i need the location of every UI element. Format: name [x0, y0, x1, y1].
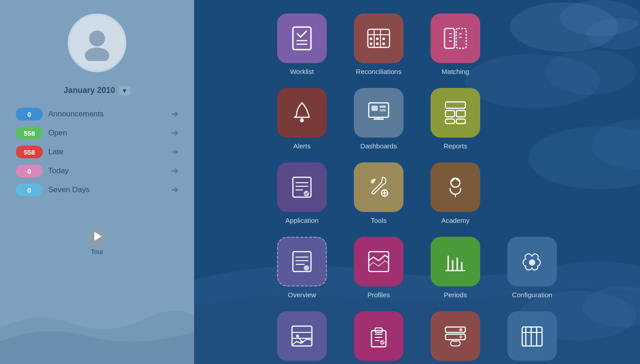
tile-label-reports: Reports [444, 142, 468, 150]
stat-arrow-open: ➔ [172, 128, 178, 138]
tile-icon-periods [431, 237, 480, 286]
tile-reconciliations[interactable]: Reconciliations [345, 14, 413, 75]
tour-button[interactable] [87, 226, 107, 246]
tile-icon-application [277, 162, 327, 212]
stat-row-open[interactable]: 558 Open ➔ [16, 127, 178, 139]
svg-rect-80 [445, 327, 465, 332]
svg-point-22 [382, 37, 385, 40]
tile-label-overview: Overview [288, 291, 316, 299]
tile-label-tools: Tools [371, 217, 386, 224]
svg-point-60 [304, 265, 309, 271]
tile-match-types[interactable]: Match Types [268, 311, 336, 364]
tile-overview[interactable]: Overview [268, 237, 336, 299]
divider [16, 210, 178, 210]
svg-rect-74 [371, 331, 386, 347]
svg-rect-42 [445, 119, 454, 124]
tile-label-periods: Periods [444, 291, 467, 299]
tile-label-profiles: Profiles [367, 291, 390, 299]
stat-row-seven-days[interactable]: 0 Seven Days ➔ [16, 184, 178, 196]
stat-label-late: Late [48, 147, 166, 157]
date-dropdown-button[interactable]: ▼ [119, 86, 130, 95]
svg-rect-35 [380, 106, 386, 108]
stat-row-announcements[interactable]: 0 Announcements ➔ [16, 108, 178, 120]
svg-rect-41 [456, 111, 465, 117]
tile-label-matching: Matching [442, 68, 469, 75]
tile-tools[interactable]: Tools [345, 162, 413, 224]
stat-label-seven-days: Seven Days [48, 185, 166, 194]
svg-rect-25 [456, 28, 466, 48]
svg-rect-81 [445, 334, 465, 340]
stat-row-today[interactable]: 0 Today ➔ [16, 165, 178, 177]
tile-label-dashboards: Dashboards [361, 142, 397, 150]
sidebar: January 2010 ▼ 0 Announcements ➔ 558 Ope… [0, 0, 194, 364]
tile-icon-reconciliations [354, 14, 403, 63]
tile-dashboards[interactable]: Dashboards [345, 88, 413, 150]
stats-container: 0 Announcements ➔ 558 Open ➔ 558 Late ➔ … [16, 108, 178, 203]
stat-arrow-seven-days: ➔ [172, 185, 178, 195]
tile-worklist[interactable]: Worklist [268, 14, 336, 75]
svg-point-82 [459, 328, 462, 331]
tour-label: Tour [91, 248, 103, 255]
tile-icon-matching [431, 14, 480, 63]
tile-label-alerts: Alerts [293, 142, 311, 150]
stat-badge-today: 0 [16, 165, 43, 177]
svg-rect-24 [445, 28, 454, 48]
stat-row-late[interactable]: 558 Late ➔ [16, 146, 178, 158]
tile-icon-profiles [354, 237, 403, 286]
tile-icon-services [431, 311, 480, 361]
stat-arrow-late: ➔ [172, 147, 178, 157]
tile-icon-jobs [354, 311, 403, 361]
svg-point-23 [382, 42, 385, 45]
svg-rect-34 [371, 106, 378, 111]
tile-periods[interactable]: Periods [422, 237, 489, 299]
stat-label-announcements: Announcements [48, 110, 166, 119]
stat-badge-open: 558 [16, 127, 43, 139]
tile-icon-alerts [277, 88, 327, 138]
stat-badge-announcements: 0 [16, 108, 43, 120]
svg-line-73 [297, 336, 302, 342]
date-label: January 2010 [64, 86, 115, 95]
tile-icon-tools [354, 162, 403, 212]
svg-rect-36 [380, 109, 386, 111]
sidebar-wave-decoration [0, 274, 194, 364]
tile-icon-reports [431, 88, 480, 138]
svg-rect-84 [522, 327, 542, 346]
tile-icon-academy [431, 162, 480, 212]
tile-academy[interactable]: Academy [422, 162, 489, 224]
tile-matching[interactable]: Matching [422, 14, 489, 75]
svg-rect-11 [293, 27, 311, 50]
svg-point-83 [459, 336, 462, 338]
svg-point-21 [376, 42, 379, 45]
tile-jobs[interactable]: Jobs [345, 311, 413, 364]
tile-label-academy: Academy [441, 217, 470, 224]
svg-rect-39 [445, 102, 465, 108]
tile-services[interactable]: Services [422, 311, 489, 364]
stat-arrow-today: ➔ [172, 166, 178, 176]
tile-profiles[interactable]: Profiles [345, 237, 413, 299]
svg-point-67 [529, 259, 535, 266]
date-selector: January 2010 ▼ [64, 86, 130, 95]
svg-point-19 [370, 42, 372, 45]
main-content: WorklistReconciliationsMatchingAlertsDas… [194, 0, 640, 364]
tile-reports[interactable]: Reports [422, 88, 489, 150]
stat-badge-late: 558 [16, 146, 43, 158]
tour-section: Tour [87, 226, 107, 255]
stat-badge-seven-days: 0 [16, 184, 43, 196]
tile-icon-configuration [507, 237, 557, 286]
tile-label-application: Application [285, 217, 318, 224]
tile-icon-archive [507, 311, 557, 361]
tile-icon-dashboards [354, 88, 403, 138]
tile-archive[interactable]: Archive [498, 311, 566, 364]
play-icon [94, 232, 102, 241]
tile-configuration[interactable]: Configuration [498, 237, 566, 299]
svg-point-52 [451, 178, 460, 187]
tile-icon-worklist [277, 14, 327, 63]
app-grid: WorklistReconciliationsMatchingAlertsDas… [194, 0, 640, 364]
svg-point-18 [370, 37, 372, 40]
tile-alerts[interactable]: Alerts [268, 88, 336, 150]
svg-rect-40 [445, 111, 454, 117]
tile-icon-match-types [277, 311, 327, 361]
svg-point-31 [300, 119, 304, 122]
avatar [68, 14, 126, 72]
tile-application[interactable]: Application [268, 162, 336, 224]
